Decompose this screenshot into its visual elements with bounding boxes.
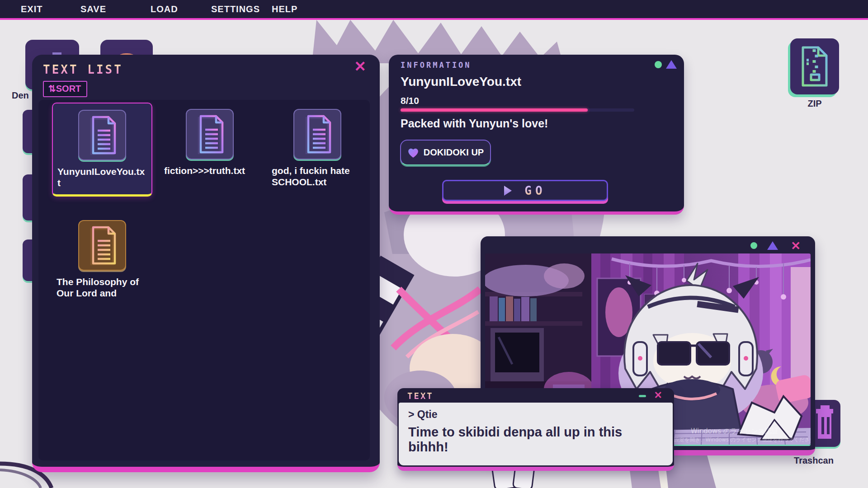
text-file-icon [78, 110, 126, 160]
dokidoki-up-label: DOKIDOKI UP [424, 147, 484, 158]
sort-button[interactable]: ⇅SORT [43, 81, 87, 97]
desktop-icon-label-trashcan: Trashcan [784, 455, 843, 466]
desktop-icon-label-zip: ZIP [790, 99, 839, 109]
dialog-message: Time to skibidi denpa all up in this bih… [408, 425, 663, 455]
file-name: fiction>>>truth.txt [164, 165, 255, 177]
information-file-name: YunyunILoveYou.txt [401, 75, 521, 89]
text-file-icon [293, 109, 341, 160]
dokidoki-up-button[interactable]: DOKIDOKI UP [400, 140, 491, 165]
close-icon[interactable]: ✕ [354, 59, 366, 74]
go-label: GO [524, 184, 546, 197]
progress-bar [401, 108, 634, 112]
minimize-icon[interactable] [639, 395, 646, 397]
file-item[interactable]: fiction>>>truth.txt [160, 103, 260, 182]
menu-settings[interactable]: SETTINGS [211, 0, 260, 18]
minimize-dot-icon[interactable] [655, 61, 662, 68]
go-button[interactable]: GO [442, 180, 608, 201]
file-item[interactable]: god, i fuckin hate SCHOOL.txt [267, 103, 368, 193]
menu-help[interactable]: HELP [272, 0, 297, 18]
file-name: YunyunILoveYou.txt [57, 166, 147, 189]
close-icon[interactable]: ✕ [654, 390, 662, 400]
file-item-selected[interactable]: YunyunILoveYou.txt [52, 103, 152, 197]
text-file-icon-special [78, 220, 126, 271]
heart-icon [407, 147, 419, 158]
watermark-line1: Windows のライセンス認証 [691, 427, 778, 435]
play-triangle-icon [504, 186, 512, 196]
top-menu-bar: EXIT SAVE LOAD SETTINGS HELP [0, 0, 868, 20]
text-list-window: TEXT LIST ✕ ⇅SORT [32, 55, 380, 472]
menu-save[interactable]: SAVE [80, 0, 106, 18]
maximize-triangle-icon[interactable] [666, 60, 677, 69]
watermark-line2: 設定を開き、Windows のライセンス認証を行ってください。 [674, 436, 811, 443]
trashcan-icon [814, 405, 835, 441]
progress-fill [401, 108, 588, 112]
text-dialog-titlebar[interactable]: TEXT ✕ [397, 388, 674, 403]
file-item[interactable]: The Philosophy of Our Lord and [52, 214, 152, 305]
text-dialog-body[interactable]: > Qtie Time to skibidi denpa all up in t… [399, 403, 673, 465]
text-dialog-title: TEXT [407, 391, 434, 401]
maximize-triangle-icon[interactable] [767, 241, 778, 250]
menu-exit[interactable]: EXIT [21, 0, 42, 18]
text-list-title: TEXT LIST [43, 63, 123, 76]
text-dialog-window: TEXT ✕ > Qtie Time to skibidi denpa all … [397, 388, 674, 471]
file-name: god, i fuckin hate SCHOOL.txt [272, 165, 363, 188]
information-description: Packed with Yunyun's love! [401, 117, 548, 130]
file-list-panel: YunyunILoveYou.txt fiction>>>truth.txt [38, 100, 370, 460]
menu-load[interactable]: LOAD [151, 0, 178, 18]
text-file-icon [186, 109, 234, 160]
information-title: INFORMATION [401, 61, 472, 70]
close-icon[interactable]: ✕ [791, 240, 801, 252]
information-window: INFORMATION YunyunILoveYou.txt 8/10 Pack… [389, 55, 684, 215]
progress-label: 8/10 [401, 95, 419, 106]
minimize-dot-icon[interactable] [750, 242, 757, 249]
zip-file-icon [799, 46, 830, 87]
desktop-icon-label-den: Den [12, 90, 29, 101]
desktop-icon-zip[interactable] [790, 38, 839, 94]
speaker-name: > Qtie [408, 408, 663, 421]
file-name: The Philosophy of Our Lord and [57, 277, 148, 299]
